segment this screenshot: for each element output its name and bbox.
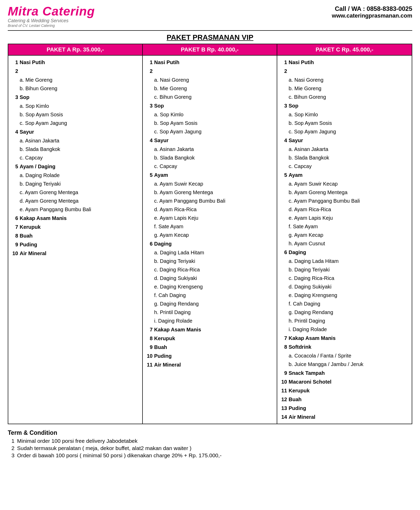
item-label: Nasi Putih	[20, 58, 45, 66]
item-sub: b. Mie Goreng	[280, 84, 409, 93]
item-number: 6	[11, 214, 18, 222]
term-item: 1Minimal order 100 porsi free delivery J…	[8, 438, 412, 444]
contact-phone: Call / WA : 0858-8383-0025	[332, 5, 412, 12]
item-sub: b. Slada Bangkok	[146, 154, 274, 162]
item-label: Kerupuk	[154, 334, 175, 342]
item-sub: i. Daging Rolade	[146, 317, 274, 325]
item-label: Kakap Asam Manis	[289, 334, 336, 342]
item-sub: i. Daging Rolade	[280, 325, 409, 333]
package-item: 1Nasi Putih	[146, 58, 274, 66]
item-label: Ayam	[154, 171, 168, 179]
item-sub: c. Sop Ayam Jagung	[146, 127, 274, 136]
item-number: 5	[146, 171, 153, 179]
item-label: Kerupuk	[289, 386, 310, 395]
package-item: 13Puding	[280, 404, 409, 412]
item-sub: h. Printil Daging	[146, 308, 274, 316]
item-label: Ayam / Daging	[20, 162, 55, 171]
item-sub: h. Ayam Cusnut	[280, 239, 409, 248]
item-sub: e. Ayam Lapis Keju	[146, 214, 274, 222]
item-sub: b. Sop Ayam Sosis	[11, 110, 139, 119]
item-number: 11	[280, 386, 287, 395]
item-sub: b. Slada Bangkok	[280, 154, 409, 162]
item-sub: a. Daging Lada Hitam	[280, 257, 409, 265]
item-label: Snack Tampah	[289, 369, 325, 377]
term-text: Sudah termasuk peralatan ( meja, dekor b…	[17, 445, 191, 451]
item-sub: c. Bihun Goreng	[280, 93, 409, 101]
item-sub: c. Capcay	[11, 154, 139, 162]
package-item: 2	[146, 67, 274, 75]
item-label: Puding	[154, 352, 172, 360]
item-sub: f. Sate Ayam	[146, 222, 274, 231]
item-sub: f. Sate Ayam	[280, 222, 409, 231]
item-label: Buah	[20, 232, 33, 240]
package-item: 10Puding	[146, 352, 274, 360]
item-sub: b. Ayam Goreng Mentega	[280, 188, 409, 196]
item-sub: a. Sop Kimlo	[146, 110, 274, 119]
item-label: Buah	[154, 343, 167, 351]
term-item: 2Sudah termasuk peralatan ( meja, dekor …	[8, 445, 412, 451]
item-label: Air Mineral	[289, 413, 315, 421]
package-item: 3Sop	[280, 102, 409, 110]
logo-area: Mitra Catering Catering & Wedding Servic…	[8, 5, 95, 28]
item-label: Buah	[289, 395, 302, 404]
package-item: 10Air Mineral	[11, 249, 139, 257]
package-item: 10Macaroni Schotel	[280, 378, 409, 386]
package-item: 8Kerupuk	[146, 334, 274, 342]
item-sub: b. Sop Ayam Sosis	[146, 119, 274, 127]
package-item: 6Daging	[280, 248, 409, 256]
item-number: 4	[280, 136, 287, 144]
contact-area: Call / WA : 0858-8383-0025 www.cateringp…	[332, 5, 412, 19]
item-number: 9	[146, 343, 153, 351]
term-item: 3Order di bawah 100 porsi ( minimal 50 p…	[8, 452, 412, 459]
item-number: 7	[146, 325, 153, 334]
item-sub: b. Slada Bangkok	[11, 145, 139, 153]
item-sub: e. Ayam Lapis Keju	[280, 214, 409, 222]
package-item: 4Sayur	[11, 128, 139, 136]
item-label: Sayur	[289, 136, 303, 144]
item-number: 8	[146, 334, 153, 342]
item-number: 10	[11, 249, 18, 257]
item-sub: b. Sop Ayam Sosis	[280, 119, 409, 127]
item-label: Kakap Asam Manis	[20, 214, 67, 222]
item-sub: b. Daging Teriyaki	[280, 265, 409, 274]
term-text: Minimal order 100 porsi free delivery Ja…	[17, 438, 138, 444]
item-sub: c. Ayam Panggang Bumbu Bali	[280, 197, 409, 205]
package-header-2: PAKET B Rp. 40.000,-	[143, 44, 277, 56]
item-sub: a. Asinan Jakarta	[280, 145, 409, 153]
item-sub: a. Asinan Jakarta	[146, 145, 274, 153]
item-number: 3	[11, 93, 18, 101]
item-sub: b. Bihun Goreng	[11, 84, 139, 93]
item-sub: b. Daging Teriyaki	[11, 180, 139, 188]
package-item: 11Air Mineral	[146, 361, 274, 369]
item-number: 2	[146, 67, 153, 75]
package-item: 5Ayam / Daging	[11, 162, 139, 171]
item-label: Softdrink	[289, 343, 311, 351]
item-sub: b. Mie Goreng	[146, 84, 274, 93]
item-number: 5	[280, 171, 287, 179]
item-label: Sayur	[20, 128, 34, 136]
package-item: 1Nasi Putih	[11, 58, 139, 66]
item-label: Daging	[154, 240, 172, 248]
item-number: 4	[11, 128, 18, 136]
item-number: 2	[280, 67, 287, 75]
item-sub: g. Ayam Kecap	[280, 231, 409, 239]
item-label: Nasi Putih	[289, 58, 314, 66]
item-label: Kerupuk	[20, 223, 41, 231]
item-sub: a. Asinan Jakarta	[11, 136, 139, 145]
package-item: 3Sop	[11, 93, 139, 101]
item-number: 12	[280, 395, 287, 404]
item-number: 3	[146, 102, 153, 110]
package-item: 8Buah	[11, 232, 139, 240]
package-header-3: PAKET C Rp. 45.000,-	[277, 44, 412, 56]
item-sub: g. Daging Rendang	[280, 308, 409, 316]
package-item: 7Kakap Asam Manis	[280, 334, 409, 342]
logo-brand: Brand of CV. Lestari Catering	[8, 24, 95, 28]
logo-title: Mitra Catering	[8, 5, 95, 18]
item-sub: c. Ayam Panggang Bumbu Bali	[146, 197, 274, 205]
item-sub: a. Daging Rolade	[11, 171, 139, 179]
terms-list: 1Minimal order 100 porsi free delivery J…	[8, 438, 412, 459]
item-sub: d. Ayam Goreng Mentega	[11, 197, 139, 205]
terms-title: Term & Condition	[8, 429, 412, 436]
footer: Term & Condition 1Minimal order 100 pors…	[8, 429, 412, 459]
item-sub: d. Ayam Rica-Rica	[146, 205, 274, 214]
